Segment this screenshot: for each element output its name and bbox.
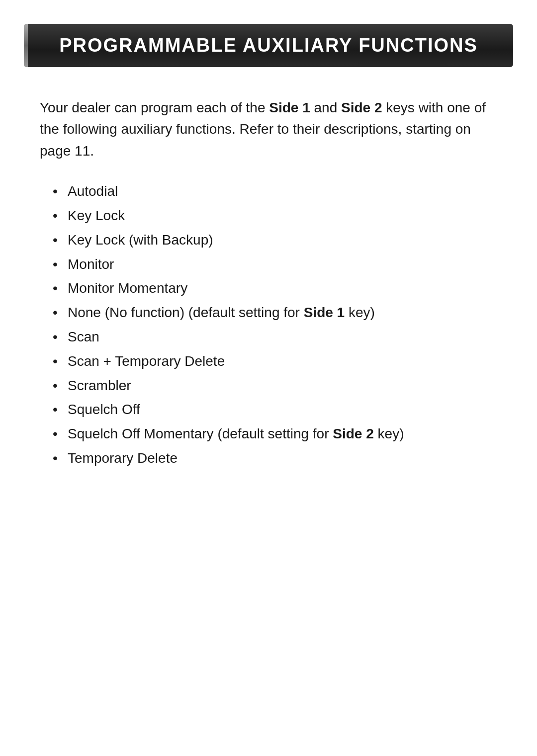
page-title: PROGRAMMABLE AUXILIARY FUNCTIONS (39, 35, 498, 56)
list-item-bold: Side 2 (333, 426, 373, 441)
content-area: Your dealer can program each of the Side… (0, 67, 537, 502)
list-item: Scan (50, 326, 497, 348)
list-item: Squelch Off (50, 399, 497, 421)
list-item-bold: Side 1 (304, 305, 345, 320)
list-item-text: Autodial (68, 183, 118, 199)
list-item-text: Scrambler (68, 378, 131, 393)
list-item-text: Key Lock (68, 208, 125, 223)
list-item-text-before: Squelch Off Momentary (default setting f… (68, 426, 333, 441)
list-item-text-after: key) (345, 305, 375, 320)
page-container: PROGRAMMABLE AUXILIARY FUNCTIONS Your de… (0, 24, 537, 756)
list-item: Key Lock (50, 205, 497, 227)
header-banner: PROGRAMMABLE AUXILIARY FUNCTIONS (24, 24, 513, 67)
list-item-text: Scan + Temporary Delete (68, 353, 225, 369)
side2-bold: Side 2 (341, 100, 382, 115)
list-item-text: Monitor (68, 256, 114, 272)
list-item-text: Squelch Off (68, 402, 140, 417)
list-item: Temporary Delete (50, 447, 497, 470)
list-item: Autodial (50, 180, 497, 203)
intro-text-1: Your dealer can program each of the (40, 100, 269, 115)
list-item-text: Temporary Delete (68, 450, 178, 466)
functions-list: Autodial Key Lock Key Lock (with Backup)… (50, 180, 497, 470)
list-item-text-after: key) (374, 426, 404, 441)
side1-bold: Side 1 (269, 100, 310, 115)
list-item-text: Key Lock (with Backup) (68, 232, 213, 248)
intro-paragraph: Your dealer can program each of the Side… (40, 97, 497, 162)
list-item: None (No function) (default setting for … (50, 302, 497, 324)
list-item-text: Monitor Momentary (68, 280, 187, 296)
list-item: Monitor Momentary (50, 277, 497, 300)
list-item-text-before: None (No function) (default setting for (68, 305, 304, 320)
list-item: Squelch Off Momentary (default setting f… (50, 423, 497, 445)
intro-text-2: and (310, 100, 341, 115)
list-item: Key Lock (with Backup) (50, 229, 497, 252)
list-item: Scan + Temporary Delete (50, 350, 497, 373)
list-item: Scrambler (50, 375, 497, 397)
list-item-text: Scan (68, 329, 99, 344)
list-item: Monitor (50, 253, 497, 276)
